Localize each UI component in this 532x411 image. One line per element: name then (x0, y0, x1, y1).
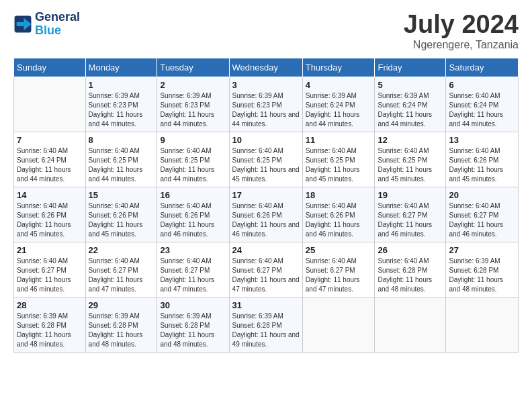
day-info: Sunrise: 6:40 AM Sunset: 6:25 PM Dayligh… (232, 146, 300, 184)
day-number: 9 (160, 135, 226, 145)
calendar-cell (302, 297, 375, 352)
calendar-cell: 21Sunrise: 6:40 AM Sunset: 6:27 PM Dayli… (14, 242, 86, 297)
day-info: Sunrise: 6:40 AM Sunset: 6:26 PM Dayligh… (232, 201, 300, 239)
calendar-cell: 30Sunrise: 6:39 AM Sunset: 6:28 PM Dayli… (157, 297, 229, 352)
calendar-cell: 6Sunrise: 6:40 AM Sunset: 6:24 PM Daylig… (446, 77, 519, 132)
calendar-cell: 26Sunrise: 6:40 AM Sunset: 6:28 PM Dayli… (375, 242, 446, 297)
day-info: Sunrise: 6:39 AM Sunset: 6:24 PM Dayligh… (378, 91, 443, 129)
calendar-cell: 19Sunrise: 6:40 AM Sunset: 6:27 PM Dayli… (375, 187, 446, 242)
day-number: 28 (17, 300, 83, 310)
calendar-cell: 17Sunrise: 6:40 AM Sunset: 6:26 PM Dayli… (229, 187, 302, 242)
header: GeneralBlue July 2024 Ngerengere, Tanzan… (13, 11, 519, 51)
calendar-cell: 14Sunrise: 6:40 AM Sunset: 6:26 PM Dayli… (14, 187, 86, 242)
day-info: Sunrise: 6:40 AM Sunset: 6:27 PM Dayligh… (17, 257, 83, 294)
day-number: 4 (306, 80, 372, 90)
day-info: Sunrise: 6:39 AM Sunset: 6:28 PM Dayligh… (17, 312, 83, 349)
day-number: 26 (378, 245, 443, 255)
day-number: 29 (89, 300, 154, 310)
calendar-cell: 1Sunrise: 6:39 AM Sunset: 6:23 PM Daylig… (85, 77, 157, 132)
day-number: 21 (17, 245, 83, 255)
day-info: Sunrise: 6:40 AM Sunset: 6:27 PM Dayligh… (160, 257, 226, 294)
day-number: 3 (232, 80, 300, 90)
weekday-header-row: SundayMondayTuesdayWednesdayThursdayFrid… (14, 58, 519, 77)
day-info: Sunrise: 6:40 AM Sunset: 6:26 PM Dayligh… (89, 201, 154, 239)
calendar-cell (375, 297, 446, 352)
day-info: Sunrise: 6:39 AM Sunset: 6:24 PM Dayligh… (306, 91, 372, 129)
weekday-header-cell: Thursday (302, 58, 375, 77)
title-block: July 2024 Ngerengere, Tanzania (404, 11, 519, 51)
calendar-cell: 13Sunrise: 6:40 AM Sunset: 6:26 PM Dayli… (446, 132, 519, 187)
logo-text: GeneralBlue (35, 11, 80, 38)
day-number: 7 (17, 135, 83, 145)
day-number: 30 (160, 300, 226, 310)
calendar-week-row: 7Sunrise: 6:40 AM Sunset: 6:24 PM Daylig… (14, 132, 519, 187)
calendar-cell: 18Sunrise: 6:40 AM Sunset: 6:26 PM Dayli… (302, 187, 375, 242)
calendar-week-row: 14Sunrise: 6:40 AM Sunset: 6:26 PM Dayli… (14, 187, 519, 242)
day-info: Sunrise: 6:40 AM Sunset: 6:24 PM Dayligh… (449, 91, 515, 129)
calendar-cell: 10Sunrise: 6:40 AM Sunset: 6:25 PM Dayli… (229, 132, 302, 187)
day-number: 13 (449, 135, 515, 145)
calendar-week-row: 1Sunrise: 6:39 AM Sunset: 6:23 PM Daylig… (14, 77, 519, 132)
weekday-header-cell: Saturday (446, 58, 519, 77)
day-info: Sunrise: 6:40 AM Sunset: 6:27 PM Dayligh… (89, 257, 154, 294)
day-info: Sunrise: 6:40 AM Sunset: 6:27 PM Dayligh… (306, 257, 372, 294)
day-number: 11 (306, 135, 372, 145)
day-number: 25 (306, 245, 372, 255)
day-number: 15 (89, 190, 154, 200)
day-info: Sunrise: 6:40 AM Sunset: 6:25 PM Dayligh… (160, 146, 226, 184)
day-number: 18 (306, 190, 372, 200)
logo-icon (13, 15, 32, 34)
calendar-cell (446, 297, 519, 352)
day-info: Sunrise: 6:39 AM Sunset: 6:28 PM Dayligh… (449, 257, 515, 294)
day-info: Sunrise: 6:40 AM Sunset: 6:26 PM Dayligh… (160, 201, 226, 239)
day-info: Sunrise: 6:40 AM Sunset: 6:26 PM Dayligh… (449, 146, 515, 184)
day-number: 2 (160, 80, 226, 90)
day-info: Sunrise: 6:39 AM Sunset: 6:28 PM Dayligh… (89, 312, 154, 349)
day-info: Sunrise: 6:40 AM Sunset: 6:24 PM Dayligh… (17, 146, 83, 184)
day-info: Sunrise: 6:40 AM Sunset: 6:25 PM Dayligh… (378, 146, 443, 184)
calendar-cell: 28Sunrise: 6:39 AM Sunset: 6:28 PM Dayli… (14, 297, 86, 352)
day-info: Sunrise: 6:39 AM Sunset: 6:28 PM Dayligh… (232, 312, 300, 349)
day-number: 6 (449, 80, 515, 90)
calendar-cell: 27Sunrise: 6:39 AM Sunset: 6:28 PM Dayli… (446, 242, 519, 297)
location-title: Ngerengere, Tanzania (404, 39, 519, 51)
calendar-cell: 20Sunrise: 6:40 AM Sunset: 6:27 PM Dayli… (446, 187, 519, 242)
day-info: Sunrise: 6:40 AM Sunset: 6:27 PM Dayligh… (378, 201, 443, 239)
logo: GeneralBlue (13, 11, 80, 38)
day-number: 17 (232, 190, 300, 200)
month-title: July 2024 (404, 11, 519, 39)
calendar-cell: 16Sunrise: 6:40 AM Sunset: 6:26 PM Dayli… (157, 187, 229, 242)
day-info: Sunrise: 6:40 AM Sunset: 6:26 PM Dayligh… (17, 201, 83, 239)
day-info: Sunrise: 6:39 AM Sunset: 6:23 PM Dayligh… (160, 91, 226, 129)
weekday-header-cell: Wednesday (229, 58, 302, 77)
day-info: Sunrise: 6:39 AM Sunset: 6:28 PM Dayligh… (160, 312, 226, 349)
day-info: Sunrise: 6:40 AM Sunset: 6:27 PM Dayligh… (449, 201, 515, 239)
day-number: 27 (449, 245, 515, 255)
calendar-cell: 24Sunrise: 6:40 AM Sunset: 6:27 PM Dayli… (229, 242, 302, 297)
day-number: 12 (378, 135, 443, 145)
calendar-cell: 9Sunrise: 6:40 AM Sunset: 6:25 PM Daylig… (157, 132, 229, 187)
calendar-cell: 15Sunrise: 6:40 AM Sunset: 6:26 PM Dayli… (85, 187, 157, 242)
weekday-header-cell: Monday (85, 58, 157, 77)
day-info: Sunrise: 6:40 AM Sunset: 6:25 PM Dayligh… (306, 146, 372, 184)
weekday-header-cell: Sunday (14, 58, 86, 77)
calendar-cell: 11Sunrise: 6:40 AM Sunset: 6:25 PM Dayli… (302, 132, 375, 187)
day-number: 10 (232, 135, 300, 145)
day-number: 24 (232, 245, 300, 255)
day-number: 22 (89, 245, 154, 255)
calendar-cell: 8Sunrise: 6:40 AM Sunset: 6:25 PM Daylig… (85, 132, 157, 187)
calendar-cell: 7Sunrise: 6:40 AM Sunset: 6:24 PM Daylig… (14, 132, 86, 187)
calendar-cell: 29Sunrise: 6:39 AM Sunset: 6:28 PM Dayli… (85, 297, 157, 352)
day-number: 19 (378, 190, 443, 200)
day-info: Sunrise: 6:40 AM Sunset: 6:27 PM Dayligh… (232, 257, 300, 294)
day-info: Sunrise: 6:39 AM Sunset: 6:23 PM Dayligh… (89, 91, 154, 129)
day-number: 20 (449, 190, 515, 200)
day-number: 16 (160, 190, 226, 200)
calendar-table: SundayMondayTuesdayWednesdayThursdayFrid… (13, 58, 519, 353)
calendar-page: GeneralBlue July 2024 Ngerengere, Tanzan… (0, 0, 532, 411)
day-number: 5 (378, 80, 443, 90)
calendar-week-row: 28Sunrise: 6:39 AM Sunset: 6:28 PM Dayli… (14, 297, 519, 352)
day-number: 31 (232, 300, 300, 310)
day-info: Sunrise: 6:40 AM Sunset: 6:25 PM Dayligh… (89, 146, 154, 184)
day-number: 1 (89, 80, 154, 90)
